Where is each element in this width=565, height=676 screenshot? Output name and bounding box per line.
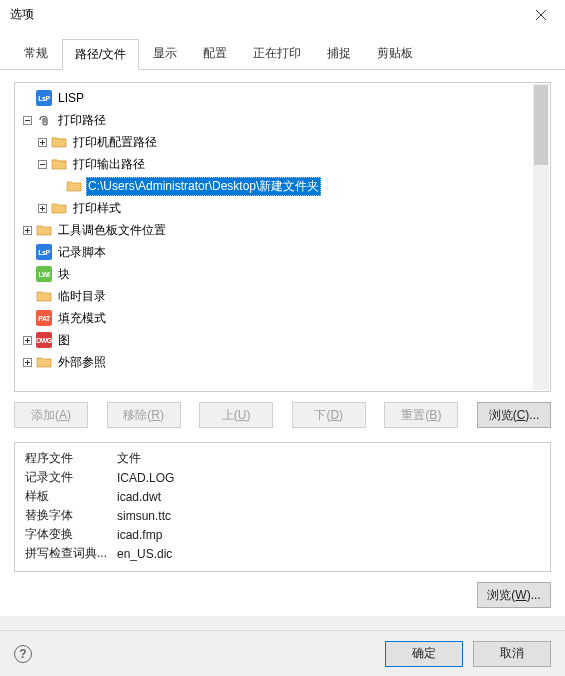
expander-collapse-icon[interactable] bbox=[36, 158, 49, 171]
tree-label: 工具调色板文件位置 bbox=[56, 221, 168, 240]
titlebar: 选项 bbox=[0, 0, 565, 30]
up-button: 上(U) bbox=[199, 402, 273, 428]
tree-item-fill-pattern[interactable]: PAT 填充模式 bbox=[15, 307, 550, 329]
expander-expand-icon[interactable] bbox=[36, 202, 49, 215]
button-row: 添加(A) 移除(R) 上(U) 下(D) 重置(B) 浏览(C)... bbox=[14, 402, 551, 428]
tree-label: 图 bbox=[56, 331, 72, 350]
tab-bar: 常规 路径/文件 显示 配置 正在打印 捕捉 剪贴板 bbox=[0, 30, 565, 70]
tree-label: 打印路径 bbox=[56, 111, 108, 130]
tree-item-lisp[interactable]: LsP LISP bbox=[15, 87, 550, 109]
close-button[interactable] bbox=[519, 1, 563, 29]
folder-icon bbox=[51, 156, 67, 172]
folder-icon bbox=[36, 354, 52, 370]
tree-label: 打印输出路径 bbox=[71, 155, 147, 174]
lwi-icon: LWI bbox=[36, 266, 52, 282]
folder-icon bbox=[51, 200, 67, 216]
help-button[interactable]: ? bbox=[14, 645, 32, 663]
tree-item-print-output[interactable]: 打印输出路径 bbox=[15, 153, 550, 175]
tab-paths-files[interactable]: 路径/文件 bbox=[62, 39, 139, 70]
properties-list[interactable]: 程序文件文件 记录文件ICAD.LOG 样板icad.dwt 替换字体simsu… bbox=[14, 442, 551, 572]
tree-label: 打印机配置路径 bbox=[71, 133, 159, 152]
browse-button[interactable]: 浏览(C)... bbox=[477, 402, 551, 428]
tab-general[interactable]: 常规 bbox=[12, 39, 60, 70]
browse2-row: 浏览(W)... bbox=[14, 582, 551, 608]
tab-printing[interactable]: 正在打印 bbox=[241, 39, 313, 70]
tree-item-external-ref[interactable]: 外部参照 bbox=[15, 351, 550, 373]
help-icon-label: ? bbox=[19, 647, 26, 661]
path-tree[interactable]: LsP LISP 打印路径 打印机配置路径 打印输出路径 C:\Users\Ad… bbox=[14, 82, 551, 392]
property-key: 替换字体 bbox=[25, 507, 117, 524]
tree-label: 填充模式 bbox=[56, 309, 108, 328]
folder-icon bbox=[51, 134, 67, 150]
scrollbar-thumb[interactable] bbox=[534, 85, 548, 165]
property-key: 程序文件 bbox=[25, 450, 117, 467]
folder-icon bbox=[66, 178, 82, 194]
property-key: 拼写检查词典... bbox=[25, 545, 117, 562]
folder-icon bbox=[36, 288, 52, 304]
property-row[interactable]: 字体变换icad.fmp bbox=[25, 525, 540, 544]
property-value: 文件 bbox=[117, 450, 141, 467]
tree-item-block[interactable]: LWI 块 bbox=[15, 263, 550, 285]
tree-item-print-path[interactable]: 打印路径 bbox=[15, 109, 550, 131]
tree-label-selected: C:\Users\Administrator\Desktop\新建文件夹 bbox=[86, 177, 321, 196]
tree-item-selected-path[interactable]: C:\Users\Administrator\Desktop\新建文件夹 bbox=[15, 175, 550, 197]
lsp-icon: LsP bbox=[36, 244, 52, 260]
tree-item-printer-config[interactable]: 打印机配置路径 bbox=[15, 131, 550, 153]
tree-item-tool-palette[interactable]: 工具调色板文件位置 bbox=[15, 219, 550, 241]
tree-label: 临时目录 bbox=[56, 287, 108, 306]
content-area: LsP LISP 打印路径 打印机配置路径 打印输出路径 C:\Users\Ad… bbox=[0, 70, 565, 618]
property-key: 字体变换 bbox=[25, 526, 117, 543]
tree-label: 打印样式 bbox=[71, 199, 123, 218]
property-value: icad.dwt bbox=[117, 490, 161, 504]
reset-button: 重置(B) bbox=[384, 402, 458, 428]
property-value: simsun.ttc bbox=[117, 509, 171, 523]
tree-label: 记录脚本 bbox=[56, 243, 108, 262]
pat-icon: PAT bbox=[36, 310, 52, 326]
cancel-button[interactable]: 取消 bbox=[473, 641, 551, 667]
tab-clipboard[interactable]: 剪贴板 bbox=[365, 39, 425, 70]
property-value: ICAD.LOG bbox=[117, 471, 174, 485]
tree-item-record-script[interactable]: LsP 记录脚本 bbox=[15, 241, 550, 263]
property-value: icad.fmp bbox=[117, 528, 162, 542]
scrollbar[interactable] bbox=[533, 84, 549, 390]
folder-icon bbox=[36, 222, 52, 238]
property-key: 记录文件 bbox=[25, 469, 117, 486]
tab-snap[interactable]: 捕捉 bbox=[315, 39, 363, 70]
tree-label: 外部参照 bbox=[56, 353, 108, 372]
add-button: 添加(A) bbox=[14, 402, 88, 428]
property-value: en_US.dic bbox=[117, 547, 172, 561]
footer: ? 确定 取消 bbox=[0, 630, 565, 676]
down-button: 下(D) bbox=[292, 402, 366, 428]
tree-label: LISP bbox=[56, 90, 86, 106]
property-row[interactable]: 替换字体simsun.ttc bbox=[25, 506, 540, 525]
expander-expand-icon[interactable] bbox=[36, 136, 49, 149]
tree-item-drawing[interactable]: DWG 图 bbox=[15, 329, 550, 351]
property-row[interactable]: 记录文件ICAD.LOG bbox=[25, 468, 540, 487]
property-key: 样板 bbox=[25, 488, 117, 505]
window-title: 选项 bbox=[10, 6, 519, 23]
lsp-icon: LsP bbox=[36, 90, 52, 106]
tab-config[interactable]: 配置 bbox=[191, 39, 239, 70]
expander-expand-icon[interactable] bbox=[21, 224, 34, 237]
dwg-icon: DWG bbox=[36, 332, 52, 348]
attachment-icon bbox=[36, 112, 52, 128]
property-row[interactable]: 程序文件文件 bbox=[25, 449, 540, 468]
tree-item-print-style[interactable]: 打印样式 bbox=[15, 197, 550, 219]
property-row[interactable]: 样板icad.dwt bbox=[25, 487, 540, 506]
tree-item-temp-dir[interactable]: 临时目录 bbox=[15, 285, 550, 307]
tree-label: 块 bbox=[56, 265, 72, 284]
tab-display[interactable]: 显示 bbox=[141, 39, 189, 70]
expander-collapse-icon[interactable] bbox=[21, 114, 34, 127]
property-row[interactable]: 拼写检查词典...en_US.dic bbox=[25, 544, 540, 563]
browse2-button[interactable]: 浏览(W)... bbox=[477, 582, 551, 608]
ok-button[interactable]: 确定 bbox=[385, 641, 463, 667]
expander-expand-icon[interactable] bbox=[21, 334, 34, 347]
expander-expand-icon[interactable] bbox=[21, 356, 34, 369]
close-icon bbox=[536, 10, 546, 20]
remove-button: 移除(R) bbox=[107, 402, 181, 428]
